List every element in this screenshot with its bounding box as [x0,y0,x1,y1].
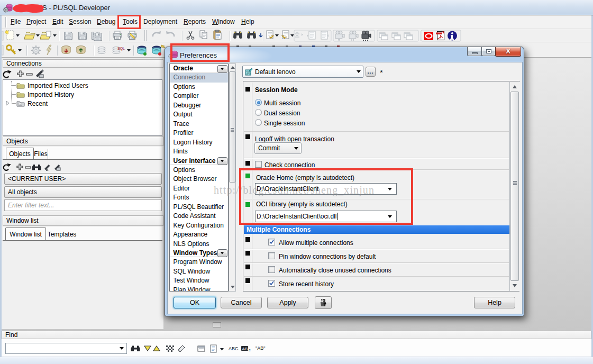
svg-text:c: c [249,348,251,352]
svg-text:ABC: ABC [229,346,239,351]
svg-text:"AB": "AB" [256,345,265,351]
svg-text:SQL: SQL [117,47,125,51]
svg-text:AB: AB [242,347,248,351]
